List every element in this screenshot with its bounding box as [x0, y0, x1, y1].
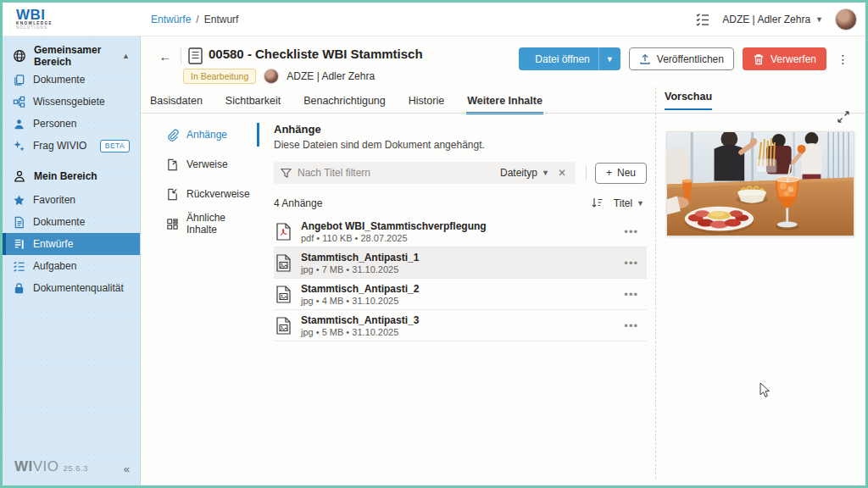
sidebar-item-label: Frag WIVIO: [33, 140, 86, 152]
subnav-anhaenge[interactable]: Anhänge: [166, 125, 257, 145]
document-page-icon: [188, 47, 203, 64]
subnav-verweise[interactable]: Verweise: [166, 154, 257, 175]
link-out-icon: [166, 158, 179, 171]
row-more-button[interactable]: •••: [620, 319, 642, 332]
open-file-dropdown[interactable]: ▼: [598, 47, 620, 70]
user-avatar[interactable]: [835, 8, 857, 30]
sidebar-item-dokumente-common[interactable]: Dokumente: [3, 69, 140, 91]
filetype-label: Dateityp: [500, 167, 537, 179]
sidebar-item-aufgaben[interactable]: Aufgaben: [3, 255, 140, 277]
breadcrumb-separator: /: [196, 14, 198, 25]
sidebar-item-label: Entwürfe: [33, 238, 73, 250]
sidebar-section-common[interactable]: Gemeinsamer Bereich ▲: [3, 43, 140, 69]
publish-label: Veröffentlichen: [657, 53, 724, 65]
open-file-button[interactable]: Datei öffnen: [519, 47, 598, 70]
row-more-button[interactable]: •••: [620, 225, 642, 238]
attachment-title: Stammtisch_Antipasti_1: [301, 252, 419, 263]
breadcrumb-current: Entwurf: [204, 14, 239, 25]
attachments-subtitle: Diese Dateien sind dem Dokument angehäng…: [274, 139, 647, 151]
publish-icon: [639, 53, 651, 65]
attachments-list: Angebot WBI_Stammtischverpflegung pdf • …: [274, 216, 647, 341]
sidebar-collapse-button[interactable]: «: [124, 463, 130, 475]
filter-input[interactable]: [298, 167, 494, 179]
subnav-aehnliche-inhalte[interactable]: Ähnliche Inhalte: [166, 214, 257, 234]
open-file-split-button[interactable]: Datei öffnen ▼: [519, 47, 620, 70]
sidebar-item-label: Aufgaben: [33, 260, 76, 272]
topbar-right: ADZE | Adler Zehra ▼: [695, 3, 857, 36]
sidebar-section-mine[interactable]: Mein Bereich: [3, 164, 140, 189]
tab-basisdaten[interactable]: Basisdaten: [149, 90, 203, 114]
sidebar-item-label: Dokumente: [33, 216, 85, 228]
filter-funnel-icon: [281, 168, 292, 179]
plus-icon: +: [606, 167, 612, 179]
sort-by-label: Titel: [614, 197, 632, 209]
chevron-down-icon: ▼: [815, 15, 823, 24]
row-more-button[interactable]: •••: [620, 288, 642, 301]
sidebar-item-wissensgebiete[interactable]: Wissensgebiete: [3, 91, 140, 113]
row-more-button[interactable]: •••: [620, 257, 642, 269]
lock-icon: [13, 282, 25, 295]
tab-benachrichtigung[interactable]: Benachrichtigung: [303, 90, 387, 114]
attachment-meta: jpg • 7 MB • 31.10.2025: [301, 264, 419, 274]
document-meta-row: In Bearbeitung ADZE | Adler Zehra: [183, 69, 375, 84]
user-menu[interactable]: ADZE | Adler Zehra ▼: [722, 14, 823, 25]
person-outline-icon: [13, 169, 26, 183]
checklist-icon: [13, 260, 25, 273]
tab-sichtbarkeit[interactable]: Sichtbarkeit: [225, 90, 281, 114]
hierarchy-icon: [13, 96, 25, 108]
tab-historie[interactable]: Historie: [408, 90, 445, 114]
sidebar-item-frag-wivio[interactable]: Frag WIVIO BETA: [3, 135, 140, 157]
document-icon: [13, 216, 25, 229]
person-icon: [13, 118, 25, 130]
owner-name: ADZE | Adler Zehra: [287, 70, 375, 82]
app-window: WBI KNOWLEDGE SOLUTIONS Entwürfe / Entwu…: [0, 0, 868, 488]
subnav-label: Ähnliche Inhalte: [186, 212, 257, 236]
filetype-dropdown[interactable]: Dateityp ▼: [500, 167, 549, 179]
sidebar-section-common-label: Gemeinsamer Bereich: [34, 44, 107, 68]
attachment-meta: jpg • 5 MB • 31.10.2025: [301, 327, 419, 337]
version-label: 25.6.3: [64, 463, 88, 473]
sort-by-dropdown[interactable]: Titel ▼: [614, 197, 644, 209]
discard-button[interactable]: Verwerfen: [743, 47, 826, 70]
subnav-rueckverweise[interactable]: Rückverweise: [166, 184, 257, 204]
user-name: ADZE | Adler Zehra: [722, 14, 810, 25]
sort-icon[interactable]: [591, 197, 604, 209]
chevron-up-icon: ▲: [122, 52, 130, 60]
subnav-label: Verweise: [186, 158, 228, 170]
status-badge: In Bearbeitung: [183, 69, 256, 84]
wbi-logo[interactable]: WBI KNOWLEDGE SOLUTIONS: [16, 8, 53, 30]
attachment-row-antipasti-1[interactable]: Stammtisch_Antipasti_1 jpg • 7 MB • 31.1…: [274, 247, 647, 279]
tab-weitere-inhalte[interactable]: Weitere Inhalte: [466, 90, 543, 114]
draft-icon: [13, 238, 25, 251]
more-options-button[interactable]: ⋮: [835, 47, 852, 70]
sidebar-item-favoriten[interactable]: Favoriten: [3, 189, 140, 211]
attachments-count: 4 Anhänge: [274, 197, 322, 209]
sidebar-item-entwuerfe[interactable]: Entwürfe: [3, 233, 140, 255]
documents-stack-icon: [13, 74, 25, 86]
attachment-row-antipasti-3[interactable]: Stammtisch_Antipasti_3 jpg • 5 MB • 31.1…: [274, 310, 647, 341]
filter-separator: [586, 165, 587, 180]
clear-filter-button[interactable]: ✕: [555, 167, 569, 179]
filter-bar[interactable]: Dateityp ▼ ✕: [274, 162, 576, 184]
attachment-row-antipasti-2[interactable]: Stammtisch_Antipasti_2 jpg • 4 MB • 31.1…: [274, 279, 647, 310]
breadcrumb-parent-link[interactable]: Entwürfe: [151, 14, 191, 25]
sidebar-item-dokumente-mine[interactable]: Dokumente: [3, 211, 140, 233]
sidebar-item-personen[interactable]: Personen: [3, 113, 140, 135]
back-button[interactable]: ←: [156, 47, 175, 65]
sidebar-item-dokumentenqualitaet[interactable]: Dokumentenqualität: [3, 277, 140, 299]
open-file-label: Datei öffnen: [535, 53, 590, 65]
tasks-checklist-icon[interactable]: [695, 12, 710, 27]
attachment-row-pdf[interactable]: Angebot WBI_Stammtischverpflegung pdf • …: [274, 216, 647, 247]
new-attachment-button[interactable]: + Neu: [595, 163, 647, 184]
new-attachment-label: Neu: [617, 167, 636, 179]
sidebar-item-label: Dokumentenqualität: [33, 282, 124, 294]
attachments-title: Anhänge: [274, 123, 647, 136]
chevron-down-icon: ▼: [637, 199, 644, 208]
tab-bar: Basisdaten Sichtbarkeit Benachrichtigung…: [149, 90, 543, 114]
expand-preview-icon[interactable]: [837, 111, 849, 123]
header-divider: [181, 47, 181, 64]
sidebar: Gemeinsamer Bereich ▲ Dokumente Wissensg…: [3, 36, 141, 485]
preview-image[interactable]: [666, 131, 854, 236]
publish-button[interactable]: Veröffentlichen: [629, 47, 734, 70]
discard-label: Verwerfen: [771, 53, 816, 65]
